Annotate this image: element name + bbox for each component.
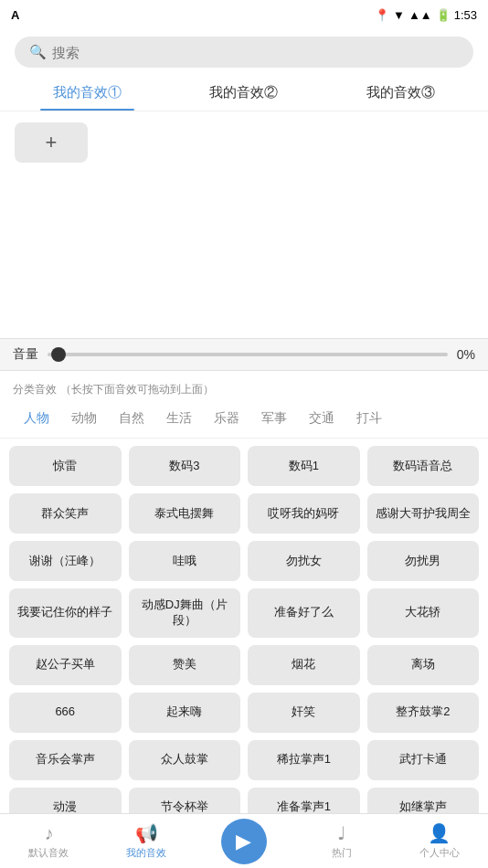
- tab-my-sound-3[interactable]: 我的音效③: [323, 75, 479, 111]
- sound-button-0[interactable]: 惊雷: [9, 446, 122, 486]
- sound-button-7[interactable]: 感谢大哥护我周全: [367, 493, 480, 534]
- filter-nature[interactable]: 自然: [108, 407, 155, 430]
- sound-button-8[interactable]: 谢谢（汪峰）: [9, 541, 122, 581]
- profile-icon: 👤: [428, 822, 451, 844]
- nav-my-sound[interactable]: 📢 我的音效: [98, 822, 196, 860]
- sound-button-6[interactable]: 哎呀我的妈呀: [248, 493, 360, 534]
- sound-button-15[interactable]: 大花轿: [367, 588, 480, 638]
- signal-icon: ▲▲: [408, 8, 432, 22]
- nav-default-sound-label: 默认音效: [28, 846, 69, 860]
- sound-button-25[interactable]: 众人鼓掌: [129, 740, 241, 780]
- filter-military[interactable]: 军事: [250, 407, 298, 430]
- volume-handle[interactable]: [51, 347, 66, 362]
- filter-fight[interactable]: 打斗: [345, 407, 393, 430]
- nav-profile[interactable]: 👤 个人中心: [390, 822, 488, 860]
- sound-button-22[interactable]: 奸笑: [248, 693, 360, 733]
- filter-transport[interactable]: 交通: [298, 407, 345, 430]
- sound-button-20[interactable]: 666: [9, 693, 122, 733]
- sound-button-1[interactable]: 数码3: [129, 446, 241, 486]
- sound-button-23[interactable]: 整齐鼓掌2: [367, 693, 480, 733]
- sound-button-27[interactable]: 武打卡通: [367, 740, 480, 780]
- category-hint: （长按下面音效可拖动到上面）: [60, 383, 214, 396]
- nav-hot[interactable]: ♩ 热门: [292, 822, 390, 860]
- filter-people[interactable]: 人物: [13, 407, 60, 430]
- sound-button-3[interactable]: 数码语音总: [367, 446, 480, 486]
- category-header: 分类音效 （长按下面音效可拖动到上面）: [0, 371, 488, 403]
- volume-row: 音量 0%: [0, 338, 488, 371]
- sound-button-9[interactable]: 哇哦: [129, 541, 241, 581]
- location-icon: 📍: [375, 8, 389, 22]
- nav-default-sound[interactable]: ♪ 默认音效: [0, 823, 98, 860]
- play-button[interactable]: ▶: [221, 819, 267, 864]
- nav-profile-label: 个人中心: [419, 846, 460, 860]
- sound-button-14[interactable]: 准备好了么: [248, 588, 360, 638]
- status-bar: A 📍 ▼ ▲▲ 🔋 1:53: [0, 0, 488, 29]
- nav-play[interactable]: ▶: [196, 819, 293, 864]
- sound-button-12[interactable]: 我要记住你的样子: [9, 588, 122, 638]
- battery-icon: 🔋: [436, 8, 451, 22]
- volume-label: 音量: [13, 346, 38, 363]
- default-sound-icon: ♪: [44, 823, 53, 844]
- sound-button-21[interactable]: 起来嗨: [129, 693, 241, 733]
- sound-button-5[interactable]: 泰式电摆舞: [129, 493, 241, 534]
- nav-my-sound-label: 我的音效: [126, 846, 166, 860]
- sound-button-16[interactable]: 赵公子买单: [9, 645, 122, 685]
- my-sound-icon: 📢: [135, 822, 158, 844]
- empty-content-area: [0, 174, 488, 338]
- filter-instruments[interactable]: 乐器: [203, 407, 250, 430]
- add-sound-button[interactable]: +: [15, 122, 88, 163]
- wifi-icon: ▼: [393, 8, 405, 22]
- search-bar[interactable]: 🔍: [15, 37, 473, 68]
- status-right-icons: 📍 ▼ ▲▲ 🔋 1:53: [375, 8, 477, 22]
- hot-icon: ♩: [337, 822, 345, 844]
- search-icon: 🔍: [29, 44, 47, 60]
- sound-grid: 惊雷数码3数码1数码语音总群众笑声泰式电摆舞哎呀我的妈呀感谢大哥护我周全谢谢（汪…: [0, 439, 488, 835]
- nav-hot-label: 热门: [332, 846, 352, 860]
- category-filters: 人物 动物 自然 生活 乐器 军事 交通 打斗: [0, 403, 488, 439]
- volume-percent: 0%: [457, 347, 475, 362]
- sound-button-19[interactable]: 离场: [367, 645, 480, 685]
- tab-my-sound-2[interactable]: 我的音效②: [165, 75, 322, 111]
- sound-button-17[interactable]: 赞美: [129, 645, 241, 685]
- status-app-icon: A: [11, 8, 19, 22]
- category-title: 分类音效: [13, 383, 57, 396]
- sound-button-26[interactable]: 稀拉掌声1: [248, 740, 360, 780]
- time-display: 1:53: [454, 8, 477, 22]
- sound-button-13[interactable]: 动感DJ舞曲（片段）: [129, 588, 241, 638]
- sound-button-11[interactable]: 勿扰男: [367, 541, 480, 581]
- volume-slider[interactable]: [48, 353, 448, 356]
- sound-button-4[interactable]: 群众笑声: [9, 493, 122, 534]
- bottom-nav: ♪ 默认音效 📢 我的音效 ▶ ♩ 热门 👤 个人中心: [0, 813, 488, 868]
- tab-my-sound-1[interactable]: 我的音效①: [9, 75, 165, 111]
- sound-button-24[interactable]: 音乐会掌声: [9, 740, 122, 780]
- sound-button-18[interactable]: 烟花: [248, 645, 360, 685]
- tabs-container: 我的音效① 我的音效② 我的音效③: [0, 75, 488, 111]
- search-input[interactable]: [52, 45, 459, 60]
- filter-life[interactable]: 生活: [155, 407, 203, 430]
- filter-animals[interactable]: 动物: [60, 407, 108, 430]
- sound-button-2[interactable]: 数码1: [248, 446, 360, 486]
- sound-button-10[interactable]: 勿扰女: [248, 541, 360, 581]
